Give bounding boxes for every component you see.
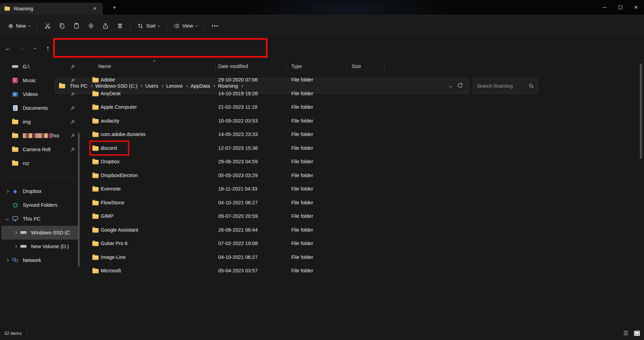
file-date-modified: 12-07-2023 15:38 [218, 142, 258, 155]
file-name: com.adobe.dunamis [101, 128, 146, 142]
up-button[interactable]: ↑ [41, 41, 54, 55]
expand-chevron[interactable] [4, 162, 10, 164]
file-name: Dropbox [101, 155, 120, 169]
folder-icon [92, 160, 99, 164]
sidebar-item[interactable]: Videos [1, 87, 79, 101]
sidebar-item[interactable]: hoi [1, 129, 79, 143]
sidebar-item[interactable]: Network [1, 253, 79, 267]
sidebar-item[interactable]: rsz [1, 156, 79, 170]
column-divider[interactable] [384, 63, 385, 70]
file-name: discord [101, 142, 117, 155]
column-header-name[interactable]: Name [98, 59, 111, 73]
column-header-type[interactable]: Type [291, 59, 302, 73]
table-row[interactable]: FlowStone 04-10-2021 06:27 File folder [83, 196, 644, 210]
expand-chevron[interactable] [4, 66, 10, 68]
sidebar-item-label: Windows-SSD (C:) [31, 230, 70, 235]
tab-close-icon[interactable]: × [91, 5, 99, 12]
expand-chevron[interactable] [4, 121, 10, 123]
column-divider[interactable] [286, 63, 286, 70]
table-row[interactable]: Google Assistant 26-08-2021 06:44 File f… [83, 223, 644, 237]
cut-button[interactable] [40, 19, 55, 32]
expand-chevron[interactable] [4, 190, 10, 192]
expand-chevron[interactable] [12, 232, 19, 234]
sidebar-item-label: Camera Roll [23, 147, 51, 152]
sidebar-item[interactable]: G:\ [1, 60, 79, 74]
maximize-button[interactable] [612, 0, 628, 14]
new-tab-button[interactable]: + [110, 3, 119, 12]
share-button[interactable] [98, 19, 113, 32]
pin-icon [70, 119, 75, 125]
chevron-down-icon [195, 24, 198, 27]
details-view-icon [624, 331, 628, 332]
close-icon: × [634, 4, 638, 10]
file-name: FlowStone [101, 196, 124, 210]
view-button[interactable]: View [170, 20, 201, 32]
expand-chevron[interactable] [4, 218, 10, 220]
expand-chevron[interactable] [4, 259, 10, 261]
sidebar-item-icon-slot [10, 257, 20, 264]
expand-chevron[interactable] [4, 135, 10, 137]
rename-button[interactable] [84, 19, 98, 32]
large-icons-view-button[interactable] [632, 329, 641, 338]
column-header-date-modified[interactable]: Date modified [218, 59, 248, 73]
table-row[interactable]: Apple Computer 21-02-2023 11:18 File fol… [83, 100, 644, 114]
expand-chevron[interactable] [4, 148, 10, 150]
sidebar-item[interactable]: New Volume (D:) [1, 240, 79, 253]
expand-chevron[interactable] [4, 93, 10, 95]
expand-chevron[interactable] [12, 245, 19, 247]
sidebar-tree-section: Dropbox Synced Folders [0, 184, 80, 267]
expand-chevron[interactable] [4, 204, 10, 206]
table-row[interactable]: Dropbox 29-06-2023 04:59 File folder [83, 155, 644, 169]
minimize-button[interactable] [596, 0, 612, 14]
more-options-button[interactable] [208, 19, 222, 32]
chevron-down-icon [28, 24, 31, 27]
table-row[interactable]: Microsoft 05-04-2023 03:57 File folder [83, 264, 644, 278]
sidebar-item[interactable]: Camera Roll [1, 143, 79, 156]
folder-icon [92, 228, 99, 233]
sidebar-item[interactable]: Windows-SSD (C:) [1, 226, 79, 240]
file-type: File folder [291, 223, 313, 237]
table-row[interactable]: com.adobe.dunamis 14-05-2023 23:33 File … [83, 128, 644, 142]
drive-icon [20, 245, 27, 248]
table-row[interactable]: Adobe 29-10-2020 07:06 File folder [83, 73, 644, 87]
forward-button[interactable]: → [14, 41, 28, 55]
column-divider[interactable] [346, 63, 347, 70]
sidebar-item[interactable]: Documents [1, 101, 79, 115]
new-button[interactable]: ⊕ New [5, 20, 34, 32]
history-dropdown-button[interactable] [28, 41, 41, 55]
file-name: Image-Line [101, 251, 126, 264]
sidebar-item[interactable]: Music [1, 74, 79, 87]
table-row[interactable]: Image-Line 04-10-2021 06:27 File folder [83, 251, 644, 264]
sidebar-item[interactable]: Dropbox [1, 184, 79, 198]
paste-button[interactable] [69, 19, 84, 32]
details-view-button[interactable] [621, 329, 630, 338]
new-button-label: New [16, 23, 26, 29]
column-header-size[interactable]: Size [352, 59, 361, 73]
expand-chevron[interactable] [4, 107, 10, 109]
table-row[interactable]: AnyDesk 14-10-2019 19:28 File folder [83, 87, 644, 101]
table-row[interactable]: GIMP 09-07-2020 20:59 File folder [83, 210, 644, 223]
sidebar-scrollbar[interactable] [78, 133, 80, 267]
column-divider[interactable] [215, 63, 216, 70]
table-row[interactable]: audacity 10-09-2022 03:53 File folder [83, 114, 644, 128]
sidebar-item-label: This PC [23, 216, 41, 222]
sidebar-item[interactable]: Synced Folders [1, 198, 79, 212]
sidebar-item[interactable]: This PC [1, 212, 79, 226]
tab-roaming[interactable]: Roaming × [0, 3, 103, 14]
expand-chevron[interactable] [4, 79, 10, 81]
copy-button[interactable] [55, 19, 69, 32]
table-row[interactable]: discord 12-07-2023 15:38 File folder [83, 142, 644, 155]
table-row[interactable]: Evernote 18-11-2021 04:33 File folder [83, 182, 644, 196]
sidebar-item[interactable]: img [1, 115, 79, 129]
sort-button[interactable]: Sort [134, 20, 163, 32]
table-row[interactable]: DropboxElectron 05-05-2023 03:29 File fo… [83, 169, 644, 183]
table-row[interactable]: Guitar Pro 6 07-02-2022 19:08 File folde… [83, 237, 644, 251]
plus-circle-icon: ⊕ [8, 22, 13, 30]
file-name: Adobe [101, 73, 115, 87]
synced-folders-icon [13, 203, 18, 207]
close-button[interactable]: × [628, 0, 644, 14]
delete-button[interactable] [113, 19, 127, 32]
file-type: File folder [291, 251, 313, 264]
main-scrollbar[interactable] [640, 64, 642, 159]
back-button[interactable]: ← [1, 41, 14, 55]
